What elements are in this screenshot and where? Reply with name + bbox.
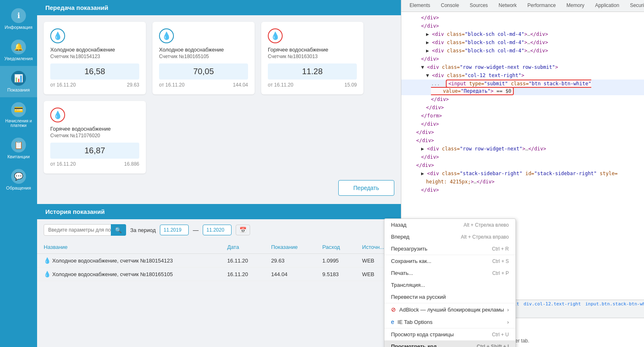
meter-prev-1: 29.63 <box>127 82 139 88</box>
code-line-highlighted: ... <input type="submit" class="btn stac… <box>401 80 644 95</box>
code-line: </div> <box>401 22 644 30</box>
meter-value-3[interactable]: 11.28 <box>268 63 357 80</box>
sidebar-item-receipts[interactable]: 📋 Квитанции <box>0 133 37 164</box>
devtools-tab-sources[interactable]: Sources <box>465 0 493 12</box>
meter-number-3: Счетчик №180163013 <box>268 54 357 59</box>
breadcrumb-link-2[interactable]: div.col-12.text-right <box>524 301 581 307</box>
code-line: </div> <box>401 55 644 63</box>
cold-water-icon-1: 💧 <box>50 28 65 43</box>
meter-footer-2: от 16.11.20 144.04 <box>159 82 248 88</box>
period-label: За период <box>130 227 156 233</box>
meter-card-4: 💧 Горячее водоснабжение Счетчик №1710760… <box>44 101 146 174</box>
search-wrapper: 🔍 <box>44 224 126 236</box>
code-line: ▶ <div class="block-sch col-md-4">…</div… <box>401 38 644 47</box>
search-button[interactable]: 🔍 <box>111 224 126 236</box>
meter-cards: 💧 Холодное водоснабжение Счетчик №180154… <box>37 22 401 94</box>
code-line: height: 4215px;>…</div> <box>401 178 644 186</box>
context-menu-adblock[interactable]: ⊘ AdBlock — лучший блокировщик рекламы › <box>384 303 515 316</box>
meter-value-4[interactable]: 16,87 <box>50 143 139 159</box>
hot-water-icon-3: 💧 <box>268 28 283 43</box>
code-line: </div> <box>401 103 644 112</box>
code-line: ▶ <div class="block-sch col-md-4">…</div… <box>401 30 644 38</box>
breadcrumb-link-3[interactable]: input.btn.stack-btn-white <box>585 301 644 307</box>
devtools-tab-console[interactable]: Console <box>436 0 464 12</box>
row-date-2: 16.11.20 <box>220 267 265 281</box>
context-menu-reload[interactable]: Перезагрузить Ctrl + R <box>384 243 515 255</box>
context-menu-print[interactable]: Печать... Ctrl + P <box>384 267 515 279</box>
meter-card-1: 💧 Холодное водоснабжение Счетчик №180154… <box>44 22 146 94</box>
meter-prev-4: 16.886 <box>124 161 139 167</box>
date-from-input[interactable] <box>160 225 189 235</box>
col-header-date[interactable]: Дата <box>220 241 265 254</box>
sidebar-item-payments[interactable]: 💳 Начисления и платежи <box>0 97 37 133</box>
col-header-expense[interactable]: Расход <box>316 241 356 254</box>
meter-value-1[interactable]: 16,58 <box>50 63 139 80</box>
devtools-tab-memory[interactable]: Memory <box>562 0 589 12</box>
sidebar-label-notifications: Уведомления <box>5 56 33 61</box>
devtools-tabs: Elements Console Sources Network Perform… <box>401 0 644 12</box>
meter-title-3: Горячее водоснабжение <box>268 47 357 53</box>
table-row: 💧 Холодное водоснабжение, счетчик №18015… <box>37 254 401 267</box>
context-menu: Назад Alt + Стрелка влево Вперед Alt + С… <box>384 218 516 347</box>
devtools-tab-application[interactable]: Application <box>590 0 624 12</box>
code-line: ▼ <div class="col-12 text-right"> <box>401 71 644 80</box>
context-menu-inspect[interactable]: Просмотреть код Ctrl + Shift + I <box>384 340 515 347</box>
receipts-icon: 📋 <box>11 138 26 152</box>
row-value-2: 144.04 <box>265 267 316 281</box>
code-line: </div> <box>401 95 644 103</box>
context-menu-viewsource[interactable]: Просмотр кода страницы Ctrl + U <box>384 328 515 340</box>
date-to-input[interactable] <box>203 225 232 235</box>
payments-icon: 💳 <box>11 102 26 117</box>
cold-water-icon-2: 💧 <box>159 28 174 43</box>
row-expense-2: 9.5183 <box>316 267 356 281</box>
meter-card-2: 💧 Холодное водоснабжение Счетчик №180165… <box>152 22 255 94</box>
meter-date-1: от 16.11.20 <box>50 82 76 88</box>
history-table: Название Дата Показание Расход Источн...… <box>37 241 401 281</box>
col-header-value[interactable]: Показание <box>265 241 316 254</box>
highlighted-input-code: <input type="submit" class="btn stack-bt… <box>431 80 591 95</box>
devtools-tab-performance[interactable]: Performance <box>522 0 561 12</box>
context-menu-ietab[interactable]: e IE Tab Options › <box>384 316 515 328</box>
meter-card-3: 💧 Горячее водоснабжение Счетчик №1801630… <box>261 22 363 94</box>
sidebar-label-readings: Показания <box>7 87 30 92</box>
sidebar-item-notifications[interactable]: 🔔 Уведомления <box>0 35 37 66</box>
meter-value-2[interactable]: 70,05 <box>159 63 248 80</box>
meter-number-4: Счетчик №171076020 <box>50 133 139 138</box>
devtools-tab-network[interactable]: Network <box>494 0 522 12</box>
row-value-1: 29.63 <box>265 254 316 267</box>
context-menu-translate[interactable]: Перевести на русский <box>384 291 515 303</box>
calendar-button[interactable]: 📅 <box>236 225 250 235</box>
sidebar-item-info[interactable]: ℹ Информация <box>0 3 37 35</box>
sidebar-label-receipts: Квитанции <box>7 154 30 159</box>
sidebar-label-info: Информация <box>5 25 32 30</box>
sidebar: ℹ Информация 🔔 Уведомления 📊 Показания 💳… <box>0 0 37 347</box>
code-line: </div> <box>401 186 644 194</box>
context-menu-cast[interactable]: Трансляция... <box>384 279 515 291</box>
meter-title-4: Горячее водоснабжение <box>50 126 139 132</box>
meter-number-2: Счетчик №180165105 <box>159 54 248 59</box>
meter-footer-4: от 16.11.20 16.886 <box>50 161 139 167</box>
meter-title-2: Холодное водоснабжение <box>159 47 248 53</box>
row-name-1: 💧 Холодное водоснабжение, счетчик №18015… <box>37 254 220 267</box>
meter-date-3: от 16.11.20 <box>268 82 293 88</box>
sidebar-item-readings[interactable]: 📊 Показания <box>0 66 37 97</box>
col-header-name[interactable]: Название <box>37 241 220 254</box>
code-line: ▼ <div class="row row-widget-next row-su… <box>401 63 644 71</box>
code-line: </div> <box>401 14 644 22</box>
transmit-button[interactable]: Передать <box>338 180 394 196</box>
period-dash: — <box>193 227 199 233</box>
meter-prev-3: 15.09 <box>344 82 357 88</box>
table-row: 💧 Холодное водоснабжение, счетчик №18016… <box>37 267 401 281</box>
sidebar-item-appeals[interactable]: 💬 Обращения <box>0 164 37 195</box>
context-menu-back[interactable]: Назад Alt + Стрелка влево <box>384 219 515 231</box>
main-content: Передача показаний 💧 Холодное водоснабже… <box>37 0 401 347</box>
devtools-tab-security[interactable]: Security <box>625 0 644 12</box>
appeals-icon: 💬 <box>11 169 26 184</box>
code-line: </div> <box>401 136 644 145</box>
context-menu-forward[interactable]: Вперед Alt + Стрелка вправо <box>384 231 515 243</box>
adblock-icon: ⊘ <box>391 306 396 313</box>
context-menu-saveas[interactable]: Сохранить как... Ctrl + S <box>384 255 515 267</box>
devtools-tab-elements[interactable]: Elements <box>405 0 435 12</box>
transmit-btn-container: Передать <box>37 174 401 204</box>
code-line: ▶ <div class="block-sch col-md-4">…</div… <box>401 47 644 55</box>
